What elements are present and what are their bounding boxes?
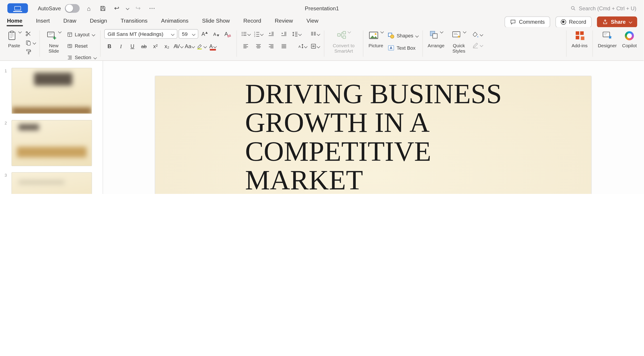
- character-spacing-button[interactable]: AV: [173, 41, 184, 51]
- share-chevron-icon: [628, 20, 632, 24]
- tab-insert[interactable]: Insert: [36, 17, 50, 27]
- copy-button[interactable]: [26, 39, 36, 46]
- tab-slide-show[interactable]: Slide Show: [202, 17, 230, 27]
- picture-chevron-icon[interactable]: [380, 30, 384, 33]
- new-slide-chevron-icon[interactable]: [58, 30, 62, 33]
- powerpoint-app-icon[interactable]: [8, 3, 28, 13]
- tab-transitions[interactable]: Transitions: [120, 17, 148, 27]
- shapes-button[interactable]: Shapes: [388, 31, 418, 40]
- comments-button-label: Comments: [519, 19, 545, 25]
- more-commands-icon[interactable]: ⋯: [147, 3, 157, 13]
- picture-label: Picture: [368, 43, 383, 49]
- strikethrough-button[interactable]: ab: [139, 41, 149, 51]
- paste-clipboard-icon: [7, 30, 17, 41]
- picture-button[interactable]: Picture: [367, 29, 384, 49]
- designer-button[interactable]: Designer: [596, 29, 618, 49]
- layout-button[interactable]: Layout: [67, 30, 96, 39]
- line-spacing-button[interactable]: [292, 29, 302, 39]
- reset-button[interactable]: Reset: [67, 41, 96, 50]
- text-direction-button[interactable]: A: [297, 41, 308, 51]
- slide-title-textbox[interactable]: DRIVING BUSINESS GROWTH IN A COMPETITIVE…: [245, 79, 541, 194]
- add-ins-icon: [574, 30, 585, 41]
- change-case-button[interactable]: Aa: [185, 41, 195, 51]
- align-left-button[interactable]: [240, 41, 251, 51]
- numbering-button[interactable]: 123: [253, 29, 264, 39]
- quick-styles-chevron-icon[interactable]: [463, 30, 466, 33]
- slide-number: 1: [0, 68, 12, 73]
- autosave-toggle[interactable]: [65, 4, 80, 13]
- new-slide-icon: [46, 30, 57, 41]
- copy-chevron-icon[interactable]: [32, 41, 36, 44]
- tab-review[interactable]: Review: [274, 17, 294, 27]
- new-slide-button[interactable]: New Slide: [44, 29, 64, 55]
- superscript-button[interactable]: x²: [150, 41, 160, 51]
- paste-button[interactable]: Paste: [6, 29, 22, 49]
- shape-outline-button[interactable]: [472, 41, 483, 48]
- align-center-button[interactable]: [253, 41, 264, 51]
- paragraph-group: 123: [240, 29, 320, 58]
- save-icon[interactable]: [98, 3, 108, 13]
- designer-copilot-group: Designer Copilot: [596, 29, 638, 58]
- slide-thumbnail-1[interactable]: [12, 68, 92, 114]
- cut-button[interactable]: [26, 30, 36, 37]
- font-name-combobox[interactable]: Gill Sans MT (Headings): [104, 29, 177, 39]
- font-size-combobox[interactable]: 59: [179, 29, 198, 39]
- paste-chevron-icon[interactable]: [18, 30, 22, 33]
- clipboard-group: Paste: [6, 29, 36, 58]
- convert-to-smartart-button[interactable]: Convert to SmartArt: [328, 29, 359, 58]
- grow-font-button[interactable]: A: [200, 29, 210, 39]
- share-button[interactable]: Share: [597, 16, 637, 28]
- record-button[interactable]: Record: [556, 16, 592, 28]
- slide-thumbnail-2[interactable]: [12, 120, 92, 166]
- undo-icon[interactable]: ↩: [112, 3, 122, 13]
- font-color-bar: [210, 49, 216, 50]
- columns-button[interactable]: [310, 29, 320, 39]
- align-right-button[interactable]: [266, 41, 276, 51]
- font-color-button[interactable]: A: [208, 41, 218, 51]
- increase-indent-button[interactable]: [279, 29, 289, 39]
- shape-outline-chevron-icon: [480, 44, 483, 47]
- underline-button[interactable]: U: [127, 41, 138, 51]
- tab-draw[interactable]: Draw: [63, 17, 77, 27]
- italic-icon: I: [120, 43, 122, 50]
- redo-icon[interactable]: ↪: [133, 3, 143, 13]
- record-button-label: Record: [569, 19, 586, 25]
- quick-styles-button[interactable]: Quick Styles: [448, 29, 469, 55]
- shrink-font-button[interactable]: A: [211, 29, 222, 39]
- undo-history-chevron-icon[interactable]: [126, 7, 129, 10]
- subscript-button[interactable]: x₂: [162, 41, 172, 51]
- section-chevron-icon: [93, 56, 96, 59]
- section-label: Section: [75, 54, 91, 60]
- bullets-button[interactable]: [240, 29, 251, 39]
- bold-button[interactable]: B: [104, 41, 114, 51]
- italic-button[interactable]: I: [116, 41, 126, 51]
- comments-button[interactable]: Comments: [505, 16, 550, 28]
- tab-home[interactable]: Home: [6, 17, 23, 27]
- ribbon-separator: [100, 31, 100, 57]
- arrange-button[interactable]: Arrange: [426, 29, 446, 49]
- add-ins-button[interactable]: Add-ins: [570, 29, 589, 58]
- tab-view[interactable]: View: [306, 17, 319, 27]
- arrange-chevron-icon[interactable]: [440, 30, 444, 33]
- slide-title-line: MARKET: [245, 166, 541, 194]
- shape-fill-button[interactable]: [472, 31, 483, 38]
- clear-formatting-button[interactable]: A: [222, 29, 233, 39]
- tab-animations[interactable]: Animations: [161, 17, 189, 27]
- strikethrough-icon: ab: [141, 44, 147, 49]
- text-highlight-button[interactable]: [196, 41, 206, 51]
- align-text-button[interactable]: [310, 41, 320, 51]
- thumbnail-row: 2: [0, 120, 103, 166]
- text-box-button[interactable]: A Text Box: [388, 44, 418, 52]
- tab-record[interactable]: Record: [243, 17, 262, 27]
- decrease-indent-button[interactable]: [266, 29, 276, 39]
- section-button[interactable]: Section: [67, 53, 96, 62]
- justify-button[interactable]: [279, 41, 289, 51]
- search-box[interactable]: Search (Cmd + Ctrl + U): [570, 5, 636, 12]
- home-icon[interactable]: ⌂: [84, 3, 94, 13]
- format-painter-button[interactable]: [26, 48, 36, 55]
- tab-design[interactable]: Design: [90, 17, 108, 27]
- slide-1-editing-surface[interactable]: DRIVING BUSINESS GROWTH IN A COMPETITIVE…: [155, 76, 591, 194]
- slide-thumbnail-3[interactable]: [12, 172, 92, 194]
- font-name-chevron-icon: [171, 32, 174, 36]
- copilot-button[interactable]: Copilot: [621, 29, 638, 49]
